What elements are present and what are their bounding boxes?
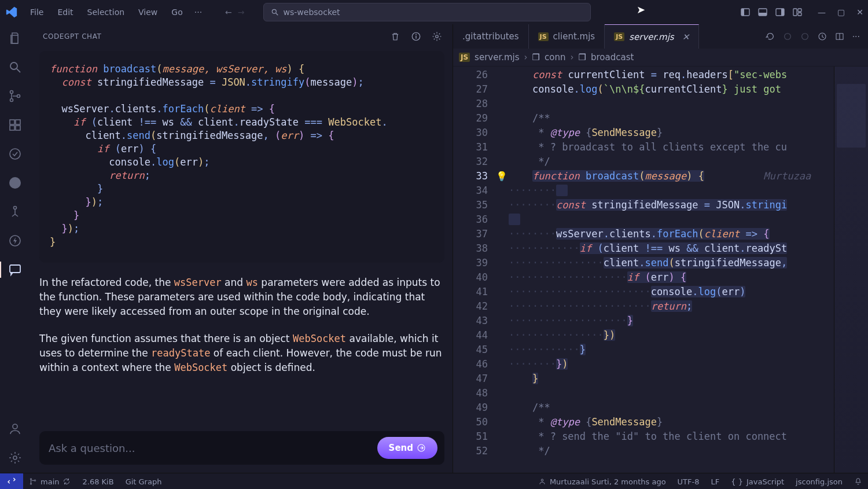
extensions-icon[interactable] [7,117,23,133]
minimap[interactable] [834,67,868,473]
svg-point-30 [436,35,439,38]
nav-back-icon[interactable]: ← [225,8,232,17]
split-editor-icon[interactable] [835,32,844,41]
command-center-search[interactable]: ws-websocket [263,3,591,21]
close-icon[interactable]: ✕ [856,8,863,17]
send-button[interactable]: Send [377,437,437,459]
maximize-icon[interactable]: ▢ [837,8,845,17]
status-bar: main 2.68 KiB Git Graph Murtuzaali Surti… [0,473,868,489]
breadcrumb-sym1[interactable]: conn [545,52,565,62]
language-mode[interactable]: { } JavaScript [725,477,790,486]
customize-layout-icon[interactable] [792,7,803,17]
file-annotations-icon[interactable] [818,32,827,41]
minimize-icon[interactable]: — [818,8,826,17]
settings-gear-icon[interactable] [7,450,23,466]
menu-go[interactable]: Go [164,4,189,20]
search-icon[interactable] [7,59,23,75]
breadcrumb-sym2[interactable]: broadcast [591,52,634,62]
explorer-icon[interactable] [7,30,23,46]
live-share-icon[interactable] [7,146,23,162]
breadcrumb-file[interactable]: server.mjs [475,52,519,62]
line-number: 27 [453,82,488,97]
code-line[interactable]: ················}) [509,328,834,343]
line-number: 45 [453,343,488,357]
code-line[interactable]: ············if (client !== ws && client.… [509,241,834,256]
code-line[interactable]: ············} [509,343,834,357]
code-line[interactable]: /** [509,111,834,126]
panel-settings-icon[interactable] [432,31,442,42]
editor-more-icon[interactable]: ··· [852,32,860,41]
git-graph[interactable]: Git Graph [120,477,168,486]
code-line[interactable]: console.log(`\n\n${currentClient} just g… [509,82,834,97]
code-content[interactable]: const currentClient = req.headers["sec-w… [509,67,834,473]
code-line[interactable]: function broadcast(message) { Murtuzaa [509,169,834,183]
code-line[interactable]: ········const stringifiedMessage = JSON.… [509,198,834,212]
code-line[interactable]: */ [509,155,834,169]
menu-edit[interactable]: Edit [50,4,80,20]
code-line[interactable]: ········wsServer.clients.forEach(client … [509,227,834,241]
code-line[interactable]: /** [509,400,834,415]
revert-icon[interactable] [766,32,775,41]
code-line[interactable]: } [509,372,834,386]
clear-chat-icon[interactable] [390,31,400,42]
go-next-change-icon[interactable] [800,32,810,41]
menu-view[interactable]: View [131,4,164,20]
remote-indicator[interactable] [0,473,23,489]
nav-forward-icon[interactable]: → [238,8,245,17]
info-icon[interactable] [411,31,421,42]
code-line[interactable]: ····················} [509,314,834,328]
code-line[interactable] [509,212,834,227]
code-editor[interactable]: 2627282930313233343536373839404142434445… [453,67,868,473]
sync-icon[interactable] [62,477,71,486]
encoding[interactable]: UTF-8 [672,477,705,486]
repo-size[interactable]: 2.68 KiB [76,477,119,486]
tab-client[interactable]: JS client.mjs [529,24,605,49]
code-line[interactable]: * @type {SendMessage} [509,126,834,140]
code-line[interactable]: * ? broadcast to all clients except the … [509,140,834,155]
accounts-icon[interactable] [7,421,23,437]
person-icon [538,477,546,486]
toggle-secondary-sidebar-icon[interactable] [775,7,785,17]
code-line[interactable]: ········ [509,183,834,198]
js-file-icon: JS [538,32,549,41]
git-branch[interactable]: main [23,477,76,486]
codegpt-chat-icon[interactable] [7,262,23,278]
code-line[interactable]: * ? send the "id" to the client on conne… [509,429,834,444]
gitlens-icon[interactable] [7,204,23,220]
breadcrumb[interactable]: JS server.mjs › ❒ conn › ❒ broadcast [453,49,868,67]
go-prev-change-icon[interactable] [783,32,792,41]
menu-overflow-icon[interactable]: ··· [190,4,207,20]
source-control-icon[interactable] [7,88,23,104]
menu-file[interactable]: File [23,4,50,20]
lightbulb-icon[interactable]: 💡 [496,169,507,183]
code-line[interactable] [509,97,834,111]
tab-close-icon[interactable]: ✕ [682,32,690,42]
nav-arrows: ← → [225,8,244,17]
github-icon[interactable] [7,175,23,191]
toggle-primary-sidebar-icon[interactable] [740,7,751,17]
line-number: 34 [453,183,488,198]
line-number: 42 [453,299,488,314]
code-line[interactable]: ························console.log(err) [509,285,834,299]
tab-server[interactable]: JS server.mjs ✕ [605,24,699,49]
code-line[interactable]: * @type {SendMessage} [509,415,834,429]
braces-icon: { } [731,477,743,486]
menu-selection[interactable]: Selection [80,4,132,20]
jsconfig-status[interactable]: jsconfig.json [790,477,848,486]
eol[interactable]: LF [705,477,726,486]
code-line[interactable]: ················client.send(stringifiedM… [509,256,834,270]
git-blame-status[interactable]: Murtuzaali Surti, 2 months ago [532,477,672,486]
tab-gitattributes[interactable]: .gitattributes [453,24,529,49]
thunder-icon[interactable] [7,233,23,249]
code-line[interactable]: ········}) [509,357,834,372]
code-line[interactable]: ····················if (err) { [509,270,834,285]
code-line[interactable]: ························return; [509,299,834,314]
line-number: 41 [453,285,488,299]
toggle-panel-icon[interactable] [757,7,768,17]
code-line[interactable]: const currentClient = req.headers["sec-w… [509,68,834,82]
notifications-icon[interactable] [848,477,868,486]
line-number: 44 [453,328,488,343]
code-line[interactable]: */ [509,444,834,458]
code-line[interactable] [509,386,834,400]
chat-input[interactable]: Ask a question... [49,442,377,454]
